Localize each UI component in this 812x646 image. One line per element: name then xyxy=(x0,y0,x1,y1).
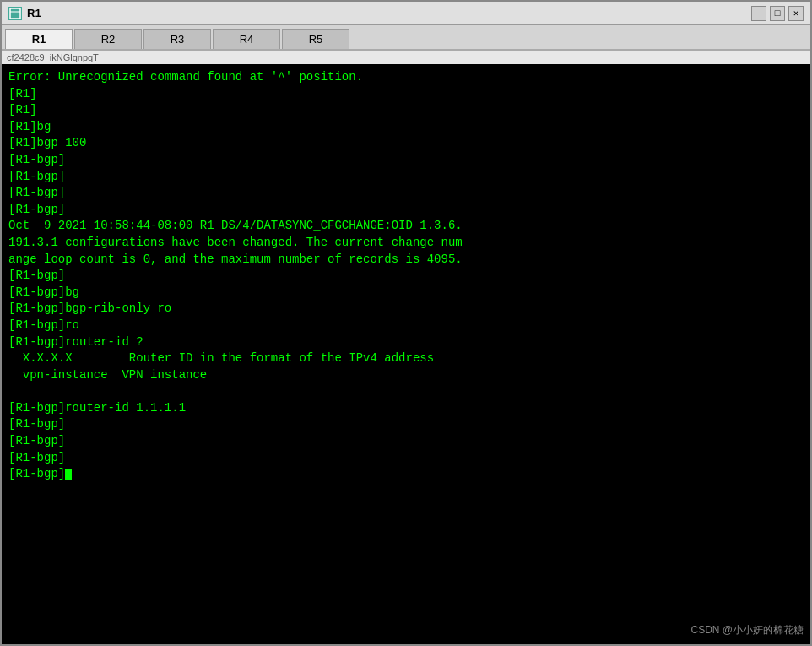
title-bar-left: R1 xyxy=(8,7,41,20)
svg-rect-0 xyxy=(10,8,20,19)
tab-r5[interactable]: R5 xyxy=(282,29,349,49)
tab-r1[interactable]: R1 xyxy=(5,29,73,49)
title-bar: R1 — □ ✕ xyxy=(2,2,810,25)
minimize-button[interactable]: — xyxy=(751,6,766,21)
tab-r3[interactable]: R3 xyxy=(143,29,211,49)
watermark-text: cf2428c9_ikNGlqnpqT xyxy=(7,52,99,62)
tab-r4[interactable]: R4 xyxy=(213,29,280,49)
window-title: R1 xyxy=(27,7,41,19)
tab-r2[interactable]: R2 xyxy=(74,29,142,49)
main-window: R1 — □ ✕ R1 R2 R3 R4 R5 cf2428c9_ikNGlqn… xyxy=(0,0,812,646)
watermark-bar: cf2428c9_ikNGlqnpqT xyxy=(2,51,810,64)
maximize-button[interactable]: □ xyxy=(770,6,785,21)
window-icon xyxy=(8,7,22,20)
close-button[interactable]: ✕ xyxy=(788,6,804,21)
terminal-content: Error: Unrecognized command found at '^'… xyxy=(8,69,804,483)
window-controls: — □ ✕ xyxy=(751,6,804,21)
terminal-cursor xyxy=(65,469,72,480)
terminal[interactable]: Error: Unrecognized command found at '^'… xyxy=(2,64,810,644)
tabs-bar: R1 R2 R3 R4 R5 xyxy=(2,25,810,51)
watermark-bottom: CSDN @小小妍的棉花糖 xyxy=(690,623,804,638)
